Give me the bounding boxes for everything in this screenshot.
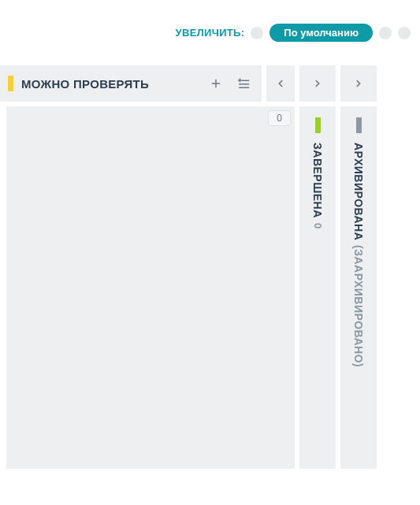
plus-icon[interactable]: [206, 74, 225, 93]
column-color-chip: [356, 117, 362, 133]
column-collapsed-0: ЗАВЕРШЕНА 0: [299, 65, 336, 469]
collapsed-subtitle: (ЗААРХИВИРОВАНО): [352, 245, 365, 367]
zoom-in-dot[interactable]: [379, 27, 392, 39]
column-collapsed-1: АРХИВИРОВАНА (ЗААРХИВИРОВАНО): [340, 65, 377, 469]
column-header-row: МОЖНО ПРОВЕРЯТЬ: [0, 65, 295, 102]
chevron-left-icon: [275, 78, 286, 89]
collapsed-count: 0: [312, 223, 324, 229]
collapse-button[interactable]: [266, 65, 295, 102]
zoom-extra-dot[interactable]: [398, 27, 411, 39]
card-count-badge: 0: [268, 110, 291, 126]
column-title: МОЖНО ПРОВЕРЯТЬ: [21, 77, 199, 91]
chevron-right-icon: [312, 78, 323, 89]
zoom-label: УВЕЛИЧИТЬ:: [176, 27, 245, 39]
chevron-right-icon: [353, 78, 364, 89]
expand-button[interactable]: [340, 65, 377, 102]
column-color-chip: [8, 76, 13, 91]
column-color-chip: [315, 117, 321, 133]
collapsed-title-text: АРХИВИРОВАНА: [352, 143, 365, 240]
zoom-bar: УВЕЛИЧИТЬ: По умолчанию: [0, 0, 420, 48]
expand-button[interactable]: [299, 65, 336, 102]
add-subtask-icon[interactable]: [233, 73, 254, 94]
collapsed-body[interactable]: АРХИВИРОВАНА (ЗААРХИВИРОВАНО): [340, 106, 377, 469]
column-content[interactable]: 0: [6, 106, 295, 469]
collapsed-title-text: ЗАВЕРШЕНА: [311, 143, 324, 218]
column-expanded: МОЖНО ПРОВЕРЯТЬ: [0, 65, 295, 469]
collapsed-body[interactable]: ЗАВЕРШЕНА 0: [299, 106, 336, 469]
kanban-board: МОЖНО ПРОВЕРЯТЬ: [0, 48, 420, 469]
zoom-default-pill[interactable]: По умолчанию: [269, 24, 373, 42]
collapsed-title: ЗАВЕРШЕНА 0: [311, 143, 324, 229]
zoom-out-dot[interactable]: [251, 27, 263, 39]
collapsed-title: АРХИВИРОВАНА (ЗААРХИВИРОВАНО): [352, 143, 365, 368]
column-header[interactable]: МОЖНО ПРОВЕРЯТЬ: [0, 65, 262, 102]
